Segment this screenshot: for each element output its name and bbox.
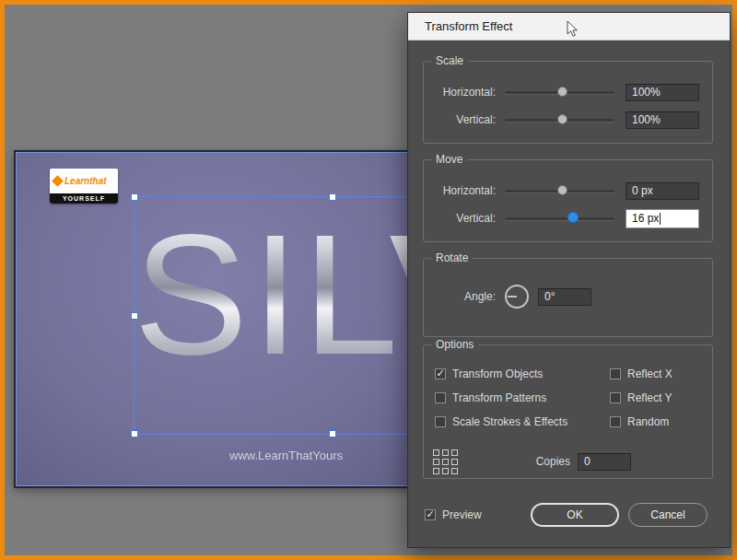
move-group-title: Move [431, 153, 467, 166]
angle-label: Angle: [429, 290, 496, 303]
logo-text-bottom: YOURSELF [50, 193, 118, 204]
dialog-footer: ✓ Preview OK Cancel [425, 501, 708, 529]
checkbox-transform-patterns[interactable]: Transform Patterns [435, 391, 610, 404]
cancel-button[interactable]: Cancel [628, 503, 708, 527]
checkbox-preview[interactable]: ✓ Preview [425, 508, 482, 521]
move-horizontal-input[interactable]: 0 px [626, 182, 699, 200]
angle-dial-needle [508, 296, 517, 298]
reference-point-grid-icon[interactable] [433, 449, 458, 474]
selection-handle[interactable] [131, 430, 138, 438]
move-vertical-label: Vertical: [429, 212, 496, 225]
checkbox-box [435, 416, 446, 427]
angle-dial[interactable] [505, 285, 529, 309]
checkbox-box [610, 392, 621, 403]
transform-effect-dialog: Transform Effect Scale Horizontal: 100% … [407, 12, 731, 548]
checkbox-box: ✓ [425, 509, 436, 520]
checkbox-box: ✓ [435, 368, 446, 379]
checkbox-box [435, 392, 446, 403]
checkbox-scale-strokes-effects[interactable]: Scale Strokes & Effects [435, 415, 610, 428]
slider-thumb[interactable] [557, 114, 567, 124]
copies-label: Copies [536, 455, 570, 468]
checkbox-reflect-x[interactable]: Reflect X [610, 368, 673, 380]
text-caret [660, 213, 661, 225]
checkbox-box [610, 368, 621, 379]
scale-horizontal-input[interactable]: 100% [626, 84, 699, 101]
move-vertical-input[interactable]: 16 px [626, 209, 699, 228]
preview-label: Preview [442, 508, 482, 521]
scale-vertical-input[interactable]: 100% [626, 111, 699, 129]
rotate-group: Rotate Angle: 0° [423, 258, 713, 337]
dialog-title: Transform Effect [425, 19, 512, 33]
mouse-cursor-icon [567, 20, 579, 38]
slider-thumb[interactable] [557, 87, 567, 97]
scale-horizontal-label: Horizontal: [429, 86, 496, 99]
move-horizontal-label: Horizontal: [429, 184, 496, 197]
checkbox-transform-objects[interactable]: ✓ Transform Objects [435, 368, 610, 380]
rotate-group-title: Rotate [431, 251, 473, 264]
slider-thumb[interactable] [557, 185, 567, 195]
move-horizontal-slider[interactable] [505, 184, 614, 197]
copies-input[interactable]: 0 [578, 453, 631, 471]
logo-diamond-icon [52, 175, 64, 187]
move-group: Move Horizontal: 0 px Vertical: 16 p [423, 159, 713, 242]
slider-thumb-active[interactable] [567, 212, 579, 223]
scale-vertical-slider[interactable] [505, 113, 614, 126]
scale-group-title: Scale [431, 54, 468, 67]
slider-track [505, 217, 614, 221]
app-frame: Learnthat YOURSELF SILV www.LearnThatYou… [0, 0, 737, 560]
move-vertical-slider[interactable] [505, 212, 614, 225]
scale-vertical-label: Vertical: [429, 113, 496, 126]
dialog-titlebar[interactable]: Transform Effect [408, 13, 730, 41]
brand-logo: Learnthat YOURSELF [50, 169, 118, 204]
checkbox-box [610, 416, 621, 427]
checkbox-random[interactable]: Random [610, 415, 669, 428]
artboard[interactable]: Learnthat YOURSELF SILV www.LearnThatYou… [14, 150, 460, 488]
scale-horizontal-slider[interactable] [505, 86, 614, 99]
options-group-title: Options [431, 338, 478, 351]
angle-input[interactable]: 0° [538, 288, 591, 306]
selection-handle[interactable] [329, 430, 336, 438]
logo-text-top: Learnthat [64, 176, 107, 186]
scale-group: Scale Horizontal: 100% Vertical: 100 [423, 61, 713, 144]
checkbox-reflect-y[interactable]: Reflect Y [610, 391, 672, 404]
watermark-text: www.LearnThatYours [229, 449, 343, 462]
options-group: Options ✓ Transform Objects Reflect X Tr… [423, 344, 713, 479]
ok-button[interactable]: OK [531, 503, 619, 527]
